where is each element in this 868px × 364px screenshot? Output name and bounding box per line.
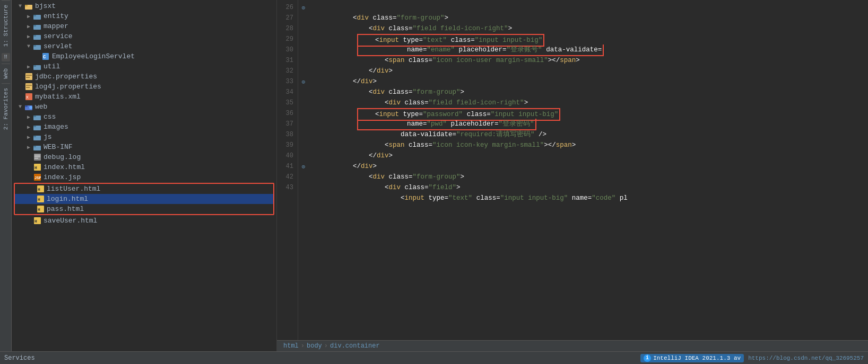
svg-rect-35 xyxy=(34,156,40,157)
code-line-32: </div> xyxy=(309,66,868,76)
breadcrumb-bar: html › body › div.container xyxy=(277,340,868,351)
intellij-label: IntelliJ IDEA 2021.1.3 av xyxy=(653,355,741,361)
properties-icon-log4j xyxy=(24,83,33,90)
tree-item-service[interactable]: ▶ service xyxy=(12,31,276,41)
gutter-icon-40 xyxy=(300,150,307,161)
tree-item-images[interactable]: ▶ images xyxy=(12,122,276,132)
web-folder-icon xyxy=(24,103,33,110)
breadcrumb-sep1: › xyxy=(301,342,305,350)
folder-icon-util xyxy=(33,63,41,70)
tree-item-bjsxt[interactable]: ▼ bjsxt xyxy=(12,1,276,11)
csdn-url[interactable]: https://blog.csdn.net/qq_32695257 xyxy=(748,355,864,361)
services-label[interactable]: Services xyxy=(4,354,35,362)
svg-text:H: H xyxy=(38,207,40,212)
gutter-icon-28 xyxy=(300,23,307,34)
svg-text:H: H xyxy=(34,165,37,170)
code-line-35: <input type="password" class="input inpu… xyxy=(309,97,868,108)
tree-item-log4j[interactable]: ▶ log4j.properties xyxy=(12,82,276,92)
svg-rect-17 xyxy=(25,83,32,90)
gutter-icon-34 xyxy=(300,87,307,97)
label-saveuser: saveUser.html xyxy=(44,217,97,225)
favorites-tool[interactable]: 2: Favorites xyxy=(2,83,10,134)
code-lines: <div class="form-group"> <div class="fie… xyxy=(309,0,868,340)
arrow-passhtml: ▶ xyxy=(28,206,36,212)
label-passhtml: pass.html xyxy=(47,205,84,213)
tree-item-servlet[interactable]: ▼ servlet xyxy=(12,41,276,51)
gutter-icon-33: ⊙ xyxy=(300,76,307,87)
arrow-log4j: ▶ xyxy=(16,84,24,90)
html-icon-saveuser: H xyxy=(33,217,41,224)
tree-item-web[interactable]: ▼ web xyxy=(12,102,276,112)
tree-item-saveuser[interactable]: ▶ H saveUser.html xyxy=(12,216,276,226)
tree-item-js[interactable]: ▶ js xyxy=(12,132,276,142)
arrow-entity: ▶ xyxy=(24,13,33,20)
svg-rect-9 xyxy=(33,45,36,47)
log-icon xyxy=(33,154,41,161)
properties-icon-jdbc xyxy=(24,73,33,80)
tree-item-indexhtml[interactable]: ▶ H index.html xyxy=(12,162,276,172)
code-line-26: <div class="form-group"> xyxy=(309,2,868,13)
status-left: Services xyxy=(4,354,35,362)
svg-rect-32 xyxy=(33,146,36,147)
gutter-icon-37 xyxy=(300,119,307,129)
intellij-badge: i IntelliJ IDEA 2021.1.3 av xyxy=(640,354,744,362)
svg-text:H: H xyxy=(34,219,37,224)
tree-item-passhtml[interactable]: ▶ H pass.html xyxy=(15,204,273,214)
folder-icon-js xyxy=(33,134,41,140)
tree-item-jdbc[interactable]: ▶ jdbc.properties xyxy=(12,72,276,82)
gutter-icon-43 xyxy=(300,182,307,193)
gutter-icon-39 xyxy=(300,140,307,150)
label-debuglog: debug.log xyxy=(44,153,81,161)
svg-text:X: X xyxy=(26,95,29,100)
label-util: util xyxy=(44,63,60,70)
breadcrumb-path: html › body › div.container xyxy=(283,342,380,350)
arrow-indexhtml: ▶ xyxy=(24,164,33,171)
tree-item-EmployeeLoginServlet[interactable]: ▶ C EmployeeLoginServlet xyxy=(12,51,276,61)
svg-rect-5 xyxy=(33,25,36,26)
code-line-39: </div> xyxy=(309,140,868,150)
sidebar-dots-icon: ⠿ xyxy=(2,53,10,61)
tree-item-css[interactable]: ▶ css xyxy=(12,112,276,122)
svg-text:JSP: JSP xyxy=(34,176,41,180)
web-tool[interactable]: Web xyxy=(2,64,10,83)
arrow-web: ▼ xyxy=(16,104,24,110)
label-service: service xyxy=(44,32,73,40)
tree-item-debuglog[interactable]: ▶ debug.log xyxy=(12,152,276,162)
svg-rect-36 xyxy=(34,158,38,159)
code-line-38: <span class="icon icon-key margin-small"… xyxy=(309,129,868,140)
tree-item-util[interactable]: ▶ util xyxy=(12,61,276,72)
arrow-webinf: ▶ xyxy=(24,144,33,150)
tree-item-mybatis[interactable]: ▶ X mybatis.xml xyxy=(12,92,276,102)
tree-item-entity[interactable]: ▶ entity xyxy=(12,11,276,21)
arrow-util: ▶ xyxy=(24,64,33,70)
tree-item-loginhtml[interactable]: ▶ H login.html xyxy=(15,194,273,204)
gutter-icon-29 xyxy=(300,34,307,45)
info-icon: i xyxy=(644,354,651,362)
breadcrumb-html[interactable]: html xyxy=(283,342,299,350)
code-line-37: data-validate="required:请填写密码" /> xyxy=(309,119,868,129)
label-loginhtml: login.html xyxy=(47,195,88,203)
tree-item-webinf[interactable]: ▶ WEB-INF xyxy=(12,142,276,152)
code-line-42: <div class="field"> xyxy=(309,172,868,182)
gutter-icon-42 xyxy=(300,172,307,182)
selection-highlight-box: ▶ H listUser.html ▶ H login.html ▶ xyxy=(14,183,274,215)
label-indexhtml: index.html xyxy=(44,163,85,171)
code-content: 26 27 28 29 30 31 32 33 34 35 36 37 38 3… xyxy=(277,0,868,340)
html-icon-listuser: H xyxy=(36,185,45,192)
label-webinf: WEB-INF xyxy=(44,143,73,151)
breadcrumb-body[interactable]: body xyxy=(307,342,322,350)
svg-rect-14 xyxy=(25,73,32,80)
svg-rect-28 xyxy=(33,126,36,127)
folder-icon-webinf xyxy=(33,144,41,150)
gutter: ⊙ ⊙ ⊙ xyxy=(298,0,309,340)
tree-item-listuser[interactable]: ▶ H listUser.html xyxy=(15,184,273,194)
svg-rect-7 xyxy=(33,35,36,37)
tree-item-indexjsp[interactable]: ▶ JSP index.jsp xyxy=(12,172,276,182)
code-line-40: </div> xyxy=(309,150,868,161)
structure-tool[interactable]: 1: Structure xyxy=(2,0,10,51)
main-container: 1: Structure ⠿ Web 2: Favorites ▼ bjsxt … xyxy=(0,0,868,351)
file-tree-panel: ▼ bjsxt ▶ entity ▶ mapper ▶ xyxy=(12,0,277,351)
tree-item-mapper[interactable]: ▶ mapper xyxy=(12,21,276,31)
arrow-debuglog: ▶ xyxy=(24,154,33,161)
breadcrumb-div[interactable]: div.container xyxy=(330,342,380,350)
